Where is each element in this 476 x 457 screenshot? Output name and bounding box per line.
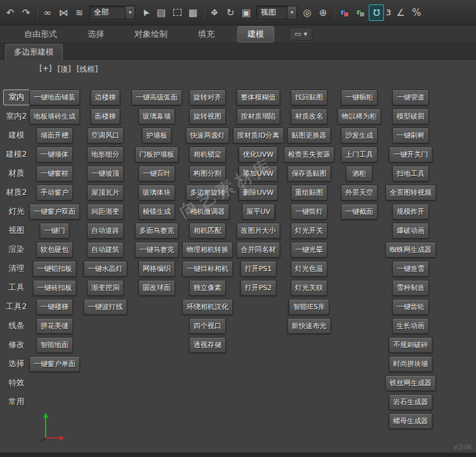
sidebar-item-3[interactable]: 建模 xyxy=(3,128,30,143)
grid-button[interactable]: 自动建筑 xyxy=(87,242,124,258)
grid-button[interactable]: 旋转视图 xyxy=(189,109,226,124)
grid-button[interactable]: 快速两盏灯 xyxy=(186,128,230,143)
grid-button[interactable]: 新快速布光 xyxy=(288,318,331,334)
grid-button[interactable]: 软包硬包 xyxy=(36,242,73,258)
grid-button[interactable]: 智能IES库 xyxy=(289,299,329,315)
grid-button[interactable]: 环绕相机汉化 xyxy=(182,299,233,315)
grid-button[interactable]: 间距渐变 xyxy=(87,204,124,220)
grid-button[interactable]: 多面马赛克 xyxy=(135,223,179,239)
grid-button[interactable]: 找回贴图 xyxy=(291,89,327,105)
grid-button[interactable]: 一键波打线 xyxy=(84,299,128,315)
grid-button[interactable]: 生长动画 xyxy=(392,318,429,334)
grid-button[interactable]: 模型破损 xyxy=(392,109,429,124)
grid-button[interactable]: 一键刷树 xyxy=(392,128,429,143)
grid-button[interactable]: 圆改球面 xyxy=(138,280,175,296)
grid-button[interactable]: 检查丢失资源 xyxy=(284,147,334,162)
grid-button[interactable]: 规模炸开 xyxy=(392,204,429,220)
grid-button[interactable]: 相机锁定 xyxy=(189,147,226,162)
grid-button[interactable]: 一键齿轮 xyxy=(392,299,429,315)
grid-button[interactable]: 一键砖扣板 xyxy=(33,280,77,296)
grid-button[interactable]: 一键目标相机 xyxy=(182,261,233,277)
sidebar-item-4[interactable]: 建模2 xyxy=(3,147,30,162)
grid-button[interactable]: 岩石生成器 xyxy=(389,394,433,410)
sidebar-item-11[interactable]: 工具 xyxy=(3,280,30,296)
grid-button[interactable]: 地形细分 xyxy=(87,147,124,162)
grid-button[interactable]: 按材质ID分离 xyxy=(233,128,284,143)
select-by-name-icon[interactable]: ▤ xyxy=(154,4,169,21)
sidebar-item-7[interactable]: 灯光 xyxy=(3,204,30,220)
grid-button[interactable]: 独立像素 xyxy=(189,280,226,296)
grid-button[interactable]: 上门工具 xyxy=(341,147,378,162)
grid-button[interactable]: 一键橱柜 xyxy=(341,89,378,105)
grid-button[interactable]: 酒柜 xyxy=(346,166,373,182)
grid-button[interactable]: 玻璃体块 xyxy=(138,185,175,201)
grid-button[interactable]: 墙面开槽 xyxy=(36,128,73,143)
grid-button[interactable]: 灯光开关 xyxy=(291,223,327,239)
ribbon-tab-3[interactable]: 对象绘制 xyxy=(127,26,175,43)
layer-explorer-icon[interactable] xyxy=(337,4,352,21)
sidebar-item-1[interactable]: 室内 xyxy=(3,89,30,105)
ribbon-collapse-button[interactable]: ▭ ▾ xyxy=(289,27,312,41)
grid-button[interactable]: 地板墙砖生成 xyxy=(29,109,80,124)
grid-button[interactable]: 一键窗户单面 xyxy=(29,356,80,372)
grid-button[interactable]: 一键窗户双面 xyxy=(29,204,80,220)
grid-button[interactable]: 一键造雪 xyxy=(392,261,429,277)
grid-button[interactable]: 屋顶瓦片 xyxy=(87,185,124,201)
grid-button[interactable]: 展平UV xyxy=(242,204,275,220)
sidebar-item-2[interactable]: 室内2 xyxy=(3,109,30,124)
move-icon[interactable]: ↔↕ xyxy=(207,4,222,21)
snap-toggle-icon[interactable]: Ω xyxy=(369,4,384,21)
grid-button[interactable]: 物以稀为柜 xyxy=(338,109,381,124)
selection-filter-dropdown[interactable]: 全部▾ xyxy=(89,6,135,20)
sidebar-item-14[interactable]: 修改 xyxy=(3,337,30,353)
viewport-general-menu[interactable]: [+] xyxy=(39,64,51,75)
ribbon-tab-2[interactable]: 选择 xyxy=(80,26,112,43)
grid-button[interactable]: 相机微调器 xyxy=(186,204,230,220)
grid-button[interactable]: 优化UVW xyxy=(239,147,278,162)
grid-button[interactable]: 材质改名 xyxy=(291,109,327,124)
grid-button[interactable]: 玻璃幕墙 xyxy=(138,109,175,124)
unlink-icon[interactable]: ⋈ xyxy=(56,4,71,21)
grid-button[interactable]: 保存选贴图 xyxy=(288,166,331,182)
grid-button[interactable]: 整体模糊值 xyxy=(237,89,281,105)
grid-button[interactable]: 网格编织 xyxy=(138,261,175,277)
select-link-icon[interactable]: ∞ xyxy=(40,4,55,21)
grid-button[interactable]: 面楼梯 xyxy=(91,109,121,124)
grid-button[interactable]: 灯光关联 xyxy=(291,280,327,296)
grid-button[interactable]: 全景图转视频 xyxy=(385,185,436,201)
grid-button[interactable]: 扫地工具 xyxy=(392,166,429,182)
sidebar-item-12[interactable]: 工具2 xyxy=(3,299,30,315)
grid-button[interactable]: 沙发生成 xyxy=(341,128,378,143)
grid-button[interactable]: 打开PS2 xyxy=(241,280,277,296)
grid-button[interactable]: 门板护墙板 xyxy=(135,147,179,162)
grid-button[interactable]: 贴图更换器 xyxy=(288,128,331,143)
grid-button[interactable]: 灯光色温 xyxy=(291,261,327,277)
sidebar-item-9[interactable]: 渲染 xyxy=(3,242,30,258)
grid-button[interactable]: 删除UVW xyxy=(239,185,278,201)
grid-button[interactable]: 一键截面 xyxy=(341,204,378,220)
grid-button[interactable]: 一键开关门 xyxy=(389,147,433,162)
grid-button[interactable]: 一键铝扣板 xyxy=(33,261,77,277)
grid-button[interactable]: 多边形旋转 xyxy=(186,185,230,201)
grid-button[interactable]: 边楼梯 xyxy=(91,89,121,105)
sidebar-item-17[interactable]: 常用 xyxy=(3,394,30,410)
grid-button[interactable]: 物理相机转换 xyxy=(182,242,233,258)
sidebar-item-5[interactable]: 材质 xyxy=(3,166,30,182)
grid-button[interactable]: 重组贴图 xyxy=(291,185,327,201)
grid-button[interactable]: 一键窗框 xyxy=(36,166,73,182)
grid-button[interactable]: 合并同名材 xyxy=(237,242,281,258)
coord-system-dropdown[interactable]: 视图▾ xyxy=(256,6,297,20)
grid-button[interactable]: 爆破动画 xyxy=(392,223,429,239)
sidebar-item-6[interactable]: 材质2 xyxy=(3,185,30,201)
rotate-icon[interactable]: ↻ xyxy=(223,4,238,21)
grid-button[interactable]: 雪种制造 xyxy=(392,280,429,296)
redo-icon[interactable]: ↷ xyxy=(18,4,34,21)
panel-tab-polygon-modeling[interactable]: 多边形建模 xyxy=(5,44,63,60)
sidebar-item-16[interactable]: 特效 xyxy=(3,375,30,391)
pivot-center-icon[interactable]: ◎ xyxy=(300,4,315,21)
rect-select-icon[interactable] xyxy=(169,4,185,21)
ribbon-tab-4[interactable]: 填充 xyxy=(190,26,222,43)
grid-button[interactable]: 护墙板 xyxy=(142,128,172,143)
grid-button[interactable]: 一键楼梯 xyxy=(36,299,73,315)
sidebar-item-13[interactable]: 线条 xyxy=(3,318,30,334)
